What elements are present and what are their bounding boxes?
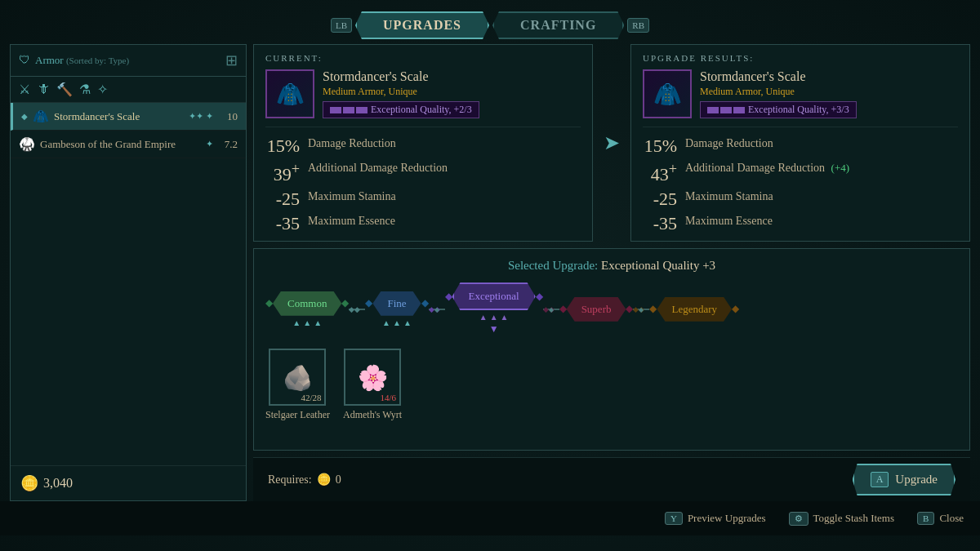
stat-name: Damage Reduction (685, 137, 773, 151)
stat-row: 43+ Additional Damage Reduction (+4) (643, 162, 958, 184)
tier-superb: ◆ Superb ◆ (559, 297, 634, 322)
filter-icon-2[interactable]: 🗡 (37, 82, 50, 97)
sidebar-header-left: 🛡 Armor (Sorted by: Type) (19, 54, 129, 67)
stat-value: -35 (643, 215, 677, 233)
quality-bar-1 (330, 107, 341, 113)
selected-upgrade-title: Selected Upgrade: Exceptional Quality +3 (265, 259, 958, 273)
tier-button-common[interactable]: Common (273, 291, 341, 316)
connector-diamond: ◆◆ (429, 305, 440, 313)
tier-star: ▲ (490, 313, 498, 322)
sidebar: 🛡 Armor (Sorted by: Type) ⊞ ⚔ 🗡 🔨 ⚗ ✧ ◆ (10, 44, 247, 501)
preview-key: Y (665, 512, 683, 525)
tier-fine: ◆ Fine ◆ ▲ ▲ ▲ (365, 291, 428, 327)
connector-diamond: ◆◆ (633, 305, 644, 313)
item-icon: 🥋 (19, 136, 35, 152)
current-item-thumbnail: 🧥 (265, 69, 314, 118)
tier-button-exceptional[interactable]: Exceptional (452, 282, 536, 310)
requires-gold-icon: 🪙 (317, 473, 331, 487)
tier-left-diamond: ◆ (445, 291, 452, 303)
tier-left-diamond: ◆ (365, 297, 372, 309)
upgrade-item-title: Stormdancer's Scale (700, 69, 857, 84)
list-item[interactable]: ◆ 🧥 Stormdancer's Scale ✦✦ ✦ 10 (11, 103, 246, 131)
sidebar-category-label: Armor (Sorted by: Type) (35, 54, 129, 67)
stat-value: -25 (265, 190, 300, 208)
filter-icon-1[interactable]: ⚔ (19, 82, 30, 97)
category-name: Armor (35, 54, 64, 66)
stat-row: -35 Maximum Essence (265, 215, 581, 233)
close-key: B (917, 512, 934, 525)
upgrade-item-thumbnail: 🧥 (643, 69, 692, 118)
item-score: 10 (218, 110, 238, 123)
stat-name: Damage Reduction (308, 137, 396, 151)
current-item-type: Medium Armor, Unique (323, 86, 479, 98)
tier-exceptional-stars: ▲ ▲ ▲ (479, 313, 509, 322)
preview-label: Preview Upgrades (688, 512, 766, 525)
material-item: 🌸 14/6 Admeth's Wyrt (343, 349, 402, 421)
tab-crafting[interactable]: Crafting (492, 11, 624, 39)
shield-icon: 🛡 (19, 54, 30, 67)
tier-left-diamond: ◆ (559, 303, 567, 315)
quality-bars-up (707, 107, 745, 113)
selected-upgrade-label: Selected Upgrade: (508, 259, 598, 272)
list-item[interactable]: 🥋 Gambeson of the Grand Empire ✦ 7.2 (11, 131, 246, 158)
action-toggle-stash: ⚙ Toggle Stash Items (789, 512, 894, 526)
filter-icon-4[interactable]: ⚗ (79, 82, 91, 97)
current-item-title: Stormdancer's Scale (323, 69, 479, 84)
filter-icon-3[interactable]: 🔨 (56, 82, 73, 97)
stat-value: 39+ (265, 162, 300, 184)
item-icon: 🧥 (33, 109, 49, 124)
tab-upgrades[interactable]: Upgrades (355, 11, 489, 39)
tier-connector: ◆◆ (633, 309, 649, 310)
current-item-header: 🧥 Stormdancer's Scale Medium Armor, Uniq… (265, 69, 581, 127)
current-panel: CURRENT: 🧥 Stormdancer's Scale Medium Ar… (253, 44, 593, 242)
quality-bar-2 (720, 107, 732, 113)
gold-display: 🪙 3,040 (11, 465, 246, 500)
upgrade-results-panel: UPGRADE RESULTS: 🧥 Stormdancer's Scale M… (630, 44, 970, 242)
stat-name: Maximum Essence (308, 215, 395, 229)
tier-button-fine[interactable]: Fine (372, 291, 421, 316)
upgrade-quality-badge: Exceptional Quality, +3/3 (700, 101, 857, 118)
current-quality-badge: Exceptional Quality, +2/3 (323, 101, 479, 118)
requires-row: Requires: 🪙 0 (268, 473, 341, 487)
current-stats: 15% Damage Reduction 39+ Additional Dama… (265, 137, 581, 233)
connector-diamond: ◆◆ (349, 305, 360, 313)
upgrade-item-type: Medium Armor, Unique (700, 86, 857, 98)
stat-name: Additional Damage Reduction (308, 162, 448, 176)
sort-icon[interactable]: ⊞ (225, 51, 238, 69)
material-count: 14/6 (381, 393, 397, 402)
sidebar-icon-bar: ⚔ 🗡 🔨 ⚗ ✧ (11, 77, 246, 103)
tier-legendary: ◆ Legendary ◆ (649, 297, 739, 322)
filter-icon-5[interactable]: ✧ (97, 82, 108, 97)
quality-bar-1 (707, 107, 719, 113)
material-count: 42/28 (301, 393, 321, 402)
requires-gold-amount: 0 (336, 473, 341, 487)
stat-value: 15% (643, 137, 677, 155)
stat-value: -25 (643, 190, 677, 208)
rb-hint: RB (627, 18, 649, 33)
tier-right-diamond: ◆ (626, 303, 633, 315)
stat-name: Maximum Stamina (685, 190, 773, 204)
materials-row: 🪨 42/28 Stelgaer Leather 🌸 14/6 Admeth's… (265, 349, 958, 421)
action-close: B Close (917, 512, 964, 525)
stat-value: 15% (265, 137, 300, 155)
tier-left-diamond: ◆ (265, 297, 273, 309)
requires-label: Requires: (268, 473, 312, 487)
right-panel: CURRENT: 🧥 Stormdancer's Scale Medium Ar… (253, 44, 970, 501)
tier-button-superb[interactable]: Superb (567, 297, 626, 322)
current-quality-text: Exceptional Quality, +2/3 (371, 104, 472, 116)
tier-right-diamond: ◆ (732, 303, 739, 315)
main-layout: 🛡 Armor (Sorted by: Type) ⊞ ⚔ 🗡 🔨 ⚗ ✧ ◆ (0, 44, 980, 501)
tier-track: ◆ Common ◆ ▲ ▲ ▲ ◆◆ (265, 282, 958, 335)
toggle-stash-label: Toggle Stash Items (813, 512, 894, 525)
upgrade-button[interactable]: A Upgrade (853, 464, 956, 495)
upgrade-item-header: 🧥 Stormdancer's Scale Medium Armor, Uniq… (643, 69, 958, 127)
tier-button-legendary[interactable]: Legendary (657, 297, 732, 322)
sort-label: (Sorted by: Type) (66, 56, 129, 65)
close-label: Close (939, 512, 964, 525)
stat-row: 15% Damage Reduction (643, 137, 958, 155)
stat-diff: (+4) (831, 162, 850, 174)
upgrade-item-info: Stormdancer's Scale Medium Armor, Unique… (700, 69, 857, 118)
item-name: Stormdancer's Scale (54, 110, 184, 123)
tier-star: ▲ (303, 318, 311, 327)
stat-name: Additional Damage Reduction (+4) (685, 162, 849, 176)
